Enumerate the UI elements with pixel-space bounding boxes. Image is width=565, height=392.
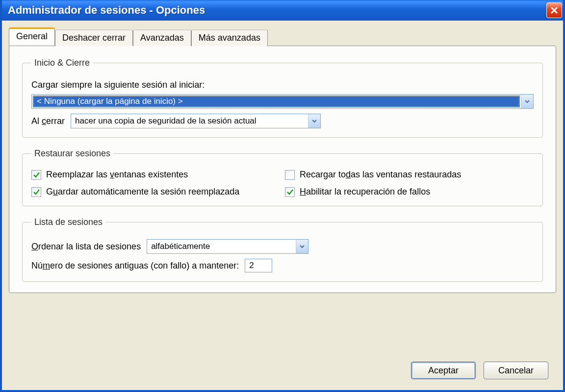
tab-label: General — [16, 31, 48, 41]
checkbox-box — [285, 170, 295, 180]
load-session-value: < Ninguna (cargar la página de inicio) > — [33, 96, 520, 107]
tab-more-advanced[interactable]: Más avanzadas — [191, 29, 268, 46]
checkbox-autosave-replaced[interactable]: Guardar automáticamente la sesión reempl… — [31, 187, 280, 197]
checkbox-crash-recovery[interactable]: Habilitar la recuperación de fallos — [285, 187, 534, 197]
checkbox-label: Guardar automáticamente la sesión reempl… — [46, 187, 239, 197]
checkbox-label: Habilitar la recuperación de fallos — [300, 187, 430, 197]
tab-label: Deshacer cerrar — [62, 33, 126, 43]
on-close-dropdown-button[interactable] — [308, 114, 320, 128]
tabs: General Deshacer cerrar Avanzadas Más av… — [9, 27, 556, 46]
dialog-window: Administrador de sesiones - Opciones Gen… — [0, 0, 565, 392]
chevron-down-icon — [299, 244, 305, 249]
close-button[interactable] — [546, 2, 562, 18]
on-close-combobox[interactable]: hacer una copia de seguridad de la sesió… — [71, 114, 321, 128]
chevron-down-icon — [311, 118, 317, 124]
checkbox-label: Recargar todas las ventanas restauradas — [300, 170, 461, 180]
keep-count-value: 2 — [249, 261, 254, 270]
cancel-button[interactable]: Cancelar — [484, 362, 548, 379]
close-icon — [550, 6, 558, 14]
group-startup-shutdown: Inicio & Cierre Cargar siempre la siguie… — [22, 58, 543, 138]
group-legend: Lista de sesiones — [31, 217, 105, 227]
sort-value: alfabéticamente — [147, 240, 296, 253]
on-close-label: Al cerrar — [31, 116, 65, 126]
group-restore-sessions: Restaurar sesiones Reemplazar las ventan… — [22, 148, 543, 206]
window-title: Administrador de sesiones - Opciones — [8, 4, 546, 17]
sort-dropdown-button[interactable] — [296, 240, 308, 253]
load-session-label: Cargar siempre la siguiente sesión al in… — [31, 80, 205, 90]
group-session-list: Lista de sesiones Ordenar la lista de se… — [22, 217, 543, 282]
load-session-dropdown-button[interactable] — [521, 95, 533, 108]
sort-combobox[interactable]: alfabéticamente — [147, 239, 308, 254]
ok-button[interactable]: Aceptar — [411, 362, 476, 379]
checkbox-box — [285, 187, 295, 197]
titlebar: Administrador de sesiones - Opciones — [0, 0, 565, 21]
tab-general[interactable]: General — [9, 27, 55, 46]
dialog-footer: Aceptar Cancelar — [411, 362, 548, 379]
sort-label: Ordenar la lista de sesiones — [31, 242, 141, 252]
button-label: Aceptar — [428, 366, 459, 376]
checkbox-box — [31, 187, 41, 197]
checkbox-replace-windows[interactable]: Reemplazar las ventanas existentes — [31, 170, 280, 180]
checkbox-label: Reemplazar las ventanas existentes — [46, 170, 188, 180]
group-legend: Inicio & Cierre — [31, 58, 93, 68]
on-close-value: hacer una copia de seguridad de la sesió… — [71, 114, 308, 128]
tab-label: Más avanzadas — [199, 33, 260, 43]
tab-panel-general: Inicio & Cierre Cargar siempre la siguie… — [9, 46, 556, 293]
group-legend: Restaurar sesiones — [31, 148, 113, 159]
checkbox-box — [31, 170, 41, 180]
tab-label: Avanzadas — [140, 33, 184, 43]
checkbox-reload-windows[interactable]: Recargar todas las ventanas restauradas — [285, 170, 534, 180]
chevron-down-icon — [524, 98, 530, 104]
keep-count-label: Número de sesiones antiguas (con fallo) … — [31, 261, 239, 271]
load-session-combobox[interactable]: < Ninguna (cargar la página de inicio) > — [31, 94, 534, 109]
client-area: General Deshacer cerrar Avanzadas Más av… — [2, 21, 563, 390]
tab-undo-close[interactable]: Deshacer cerrar — [55, 29, 133, 46]
keep-count-input[interactable]: 2 — [245, 259, 272, 272]
button-label: Cancelar — [498, 366, 534, 376]
tab-advanced[interactable]: Avanzadas — [133, 29, 191, 46]
